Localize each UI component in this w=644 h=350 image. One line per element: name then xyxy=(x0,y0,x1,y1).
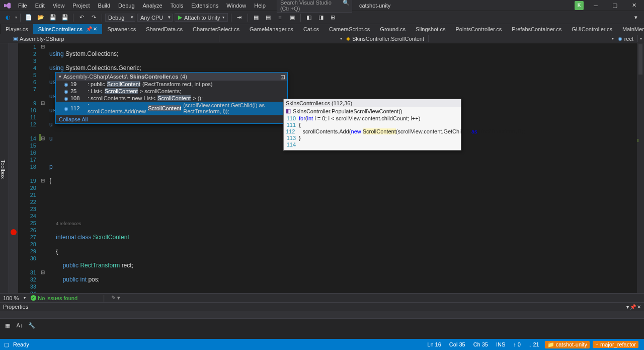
tab-file[interactable]: MainMenuController.cs xyxy=(617,24,644,34)
close-icon[interactable]: ✕ xyxy=(637,304,641,310)
search-input[interactable]: Search Visual Studio (Ctrl+Q) 🔍 xyxy=(277,0,352,13)
gutter[interactable] xyxy=(9,43,18,293)
menu-file[interactable]: File xyxy=(14,1,31,10)
nav-project[interactable]: ▣ Assembly-CSharp xyxy=(9,35,219,42)
chevron-down-icon: ▾ xyxy=(59,74,61,79)
menu-edit[interactable]: Edit xyxy=(31,1,49,10)
tab-file[interactable]: Cat.cs xyxy=(298,24,324,34)
tool-icon[interactable]: ◨ xyxy=(316,13,326,23)
status-col[interactable]: Col 35 xyxy=(445,341,469,347)
save-all-icon[interactable]: 💾 xyxy=(60,13,70,23)
tool-icon[interactable]: ▤ xyxy=(263,13,273,23)
undo-icon[interactable]: ↶ xyxy=(76,13,87,23)
breakpoint-icon[interactable] xyxy=(11,229,17,235)
categorize-icon[interactable]: ▦ xyxy=(3,321,12,330)
tab-file[interactable]: Ground.cs xyxy=(375,24,411,34)
tab-file[interactable]: GUIController.cs xyxy=(567,24,617,34)
tab-file[interactable]: Spawner.cs xyxy=(102,24,141,34)
zoom-level[interactable]: 100 % xyxy=(3,295,19,301)
wrench-icon[interactable]: 🔧 xyxy=(27,321,36,330)
open-icon[interactable]: 📂 xyxy=(36,13,46,23)
tab-file[interactable]: Slingshot.cs xyxy=(411,24,450,34)
git-branch-badge[interactable]: ⑂ major_refactor xyxy=(593,341,638,348)
nav-type[interactable]: ▾ ◆ SkinsController.ScrollContent xyxy=(219,35,429,42)
tab-file[interactable]: SharedData.cs xyxy=(141,24,188,34)
dropdown-icon[interactable]: ▾ xyxy=(626,304,629,310)
nav-member[interactable]: ▾ ◉ rect xyxy=(429,35,638,42)
redo-icon[interactable]: ↷ xyxy=(89,13,99,23)
new-item-icon[interactable]: 📄 xyxy=(24,13,34,23)
find-result-row[interactable]: ◉112 : scrollContents.Add(new ScrollCont… xyxy=(56,102,287,115)
tab-file[interactable]: SkinsController.cs📌 ✕ xyxy=(33,24,103,34)
class-icon: ◆ xyxy=(346,36,350,41)
git-incoming[interactable]: ↓ 21 xyxy=(525,341,543,347)
find-result-row[interactable]: ◉19 : public ScrollContent(RectTransform… xyxy=(56,81,287,88)
pen-icon[interactable]: ✎ ▾ xyxy=(111,295,120,301)
toolbox-side-tab[interactable]: Toolbox xyxy=(0,43,9,293)
tab-file[interactable]: PrefabsContainer.cs xyxy=(507,24,567,34)
search-icon: 🔍 xyxy=(343,0,350,6)
menu-extensions[interactable]: Extensions xyxy=(187,1,222,10)
issues-status[interactable]: No issues found xyxy=(31,295,77,301)
tool-icon[interactable]: ⊞ xyxy=(328,13,338,23)
menu-help[interactable]: Help xyxy=(250,1,270,10)
code-preview-tooltip: SkinsController.cs (112,36) ◧ SkinsContr… xyxy=(283,99,461,151)
code-editor[interactable]: 1234567910111214151617181920212223242526… xyxy=(9,43,644,293)
menu-tools[interactable]: Tools xyxy=(167,1,188,10)
editor-status-bar: 100 % ▾ No issues found │ ✎ ▾ xyxy=(0,293,644,302)
back-button[interactable]: ◐ xyxy=(3,13,13,23)
tab-file[interactable]: CharacterSelect.cs xyxy=(188,24,245,34)
tool-icon[interactable]: ◧ xyxy=(304,13,314,23)
close-button[interactable]: ✕ xyxy=(627,1,641,10)
maximize-button[interactable]: ▢ xyxy=(608,1,622,10)
tool-icon[interactable]: ▣ xyxy=(287,13,297,23)
menu-build[interactable]: Build xyxy=(94,1,114,10)
menu-analyze[interactable]: Analyze xyxy=(139,1,167,10)
menu-debug[interactable]: Debug xyxy=(114,1,138,10)
close-icon[interactable]: ⊡ xyxy=(280,74,285,81)
status-icon: ▢ xyxy=(4,341,9,348)
tab-file[interactable]: Player.cs xyxy=(1,24,33,34)
play-icon: ▶ xyxy=(178,14,182,21)
attach-to-unity-button[interactable]: ▶ Attach to Unity ▾ xyxy=(175,13,228,22)
main-menu: FileEditViewProjectBuildDebugAnalyzeTool… xyxy=(14,1,270,10)
user-avatar[interactable]: K xyxy=(575,1,584,10)
menu-window[interactable]: Window xyxy=(222,1,250,10)
find-popup-header[interactable]: ▾ Assembly-CSharp\Assets\SkinsController… xyxy=(56,73,287,81)
fold-column[interactable]: ⊟⊟⊟⊟⊟⊟ xyxy=(39,43,46,293)
git-outgoing[interactable]: ↑ 0 xyxy=(509,341,525,347)
editor-tabs: Player.csSkinsController.cs📌 ✕Spawner.cs… xyxy=(0,24,644,34)
toolbar: ◐ ▾ 📄 📂 💾 💾 ↶ ↷ Debug Any CPU ▶ Attach t… xyxy=(0,11,644,24)
find-references-popup: ▾ Assembly-CSharp\Assets\SkinsController… xyxy=(55,72,288,124)
pin-icon[interactable]: 📌 xyxy=(630,304,636,310)
config-dropdown[interactable]: Debug xyxy=(105,14,135,22)
collapse-all-link[interactable]: Collapse All xyxy=(56,115,287,123)
status-ready: Ready xyxy=(9,341,33,347)
code-nav-bar: ▣ Assembly-CSharp ▾ ◆ SkinsController.Sc… xyxy=(0,34,644,43)
find-result-row[interactable]: ◉25 : List<ScrollContent> scrollContents… xyxy=(56,88,287,95)
tab-file[interactable]: PointsController.cs xyxy=(450,24,507,34)
status-line[interactable]: Ln 16 xyxy=(423,341,445,347)
solution-name: catshot-unity xyxy=(359,3,390,9)
step-icon[interactable]: ⇥ xyxy=(234,13,245,23)
git-repo-badge[interactable]: 📁 catshot-unity xyxy=(545,341,590,348)
tool-icon[interactable]: ▦ xyxy=(251,13,261,23)
properties-header[interactable]: Properties ▾ 📌 ✕ xyxy=(0,303,644,311)
status-ch[interactable]: Ch 35 xyxy=(469,341,492,347)
tool-icon[interactable]: ≡ xyxy=(275,13,285,23)
menu-view[interactable]: View xyxy=(49,1,69,10)
menu-project[interactable]: Project xyxy=(68,1,94,10)
collapse-toolbar-icon[interactable]: ▾ xyxy=(631,13,641,23)
csharp-icon: ▣ xyxy=(13,36,18,41)
platform-dropdown[interactable]: Any CPU xyxy=(137,14,173,22)
tab-file[interactable]: GameManager.cs xyxy=(245,24,298,34)
scroll-map[interactable] xyxy=(637,43,644,293)
save-icon[interactable]: 💾 xyxy=(48,13,58,23)
tab-file[interactable]: CameraScript.cs xyxy=(324,24,375,34)
method-icon: ◧ xyxy=(286,108,291,114)
title-bar: FileEditViewProjectBuildDebugAnalyzeTool… xyxy=(0,0,644,11)
minimize-button[interactable]: ─ xyxy=(589,1,603,10)
alphabetical-icon[interactable]: A↓ xyxy=(15,321,24,330)
find-result-row[interactable]: ◉108 : scrollContents = new List<ScrollC… xyxy=(56,95,287,102)
status-ins[interactable]: INS xyxy=(492,341,509,347)
